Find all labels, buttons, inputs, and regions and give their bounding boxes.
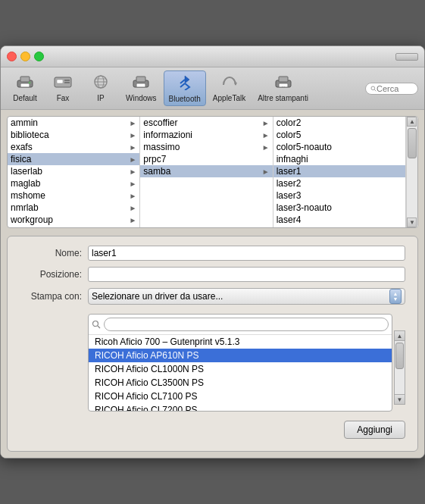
bluetooth-label: Bluetooth	[169, 95, 201, 103]
appletalk-icon	[220, 74, 239, 93]
aggiungi-button[interactable]: Aggiungi	[344, 421, 405, 439]
search-input[interactable]	[377, 84, 413, 93]
browser-item-laser2[interactable]: laser2	[273, 177, 405, 189]
dropdown-scroll-track	[395, 341, 405, 394]
ip-icon	[92, 74, 110, 93]
browser-item-nmrlab[interactable]: nmrlab►	[8, 202, 139, 214]
arrow-icon: ►	[129, 143, 136, 152]
browser-item-exafs[interactable]: exafs►	[8, 141, 139, 153]
arrow-icon: ►	[129, 192, 136, 200]
nome-label: Nome:	[20, 248, 88, 258]
altre-label: Altre stampanti	[258, 94, 308, 102]
dropdown-item-0[interactable]: Ricoh Aficio 700 – Gutenprint v5.1.3	[89, 335, 392, 349]
toolbar-item-ip[interactable]: IP	[83, 71, 119, 105]
dropdown-scrollbar-area: ▲ ▼	[394, 311, 405, 412]
fax-icon	[54, 74, 72, 93]
dropdown-row: Ricoh Aficio 700 – Gutenprint v5.1.3 RIC…	[20, 311, 405, 412]
svg-rect-5	[57, 80, 63, 83]
dropdown-item-3[interactable]: RICOH Aficio CL3500N PS	[89, 376, 392, 390]
minimize-button[interactable]	[20, 52, 30, 61]
scroll-up-button[interactable]: ▲	[407, 117, 417, 127]
posizione-input[interactable]	[88, 267, 405, 282]
nome-input[interactable]	[88, 246, 405, 261]
toolbar-item-appletalk[interactable]: AppleTalk	[208, 71, 251, 105]
svg-rect-14	[136, 77, 145, 82]
title-bar	[1, 46, 424, 67]
search-icon	[370, 84, 377, 93]
browser-item-biblioteca[interactable]: biblioteca►	[8, 129, 139, 141]
svg-rect-6	[64, 80, 70, 81]
scroll-down-button[interactable]: ▼	[407, 218, 417, 227]
browser-item-color2[interactable]: color2	[273, 117, 405, 129]
dropdown-scroll-thumb[interactable]	[395, 343, 404, 369]
select-arrows[interactable]: ▲ ▼	[389, 289, 402, 304]
dropdown-container: Ricoh Aficio 700 – Gutenprint v5.1.3 RIC…	[88, 311, 392, 412]
windows-label: Windows	[126, 94, 157, 102]
svg-rect-1	[20, 77, 30, 82]
dropdown-item-1[interactable]: RICOH Aficio AP610N PS	[89, 349, 392, 362]
toolbar-item-windows[interactable]: Windows	[120, 71, 162, 105]
dropdown-search-icon	[92, 320, 101, 329]
browser-item-color5[interactable]: color5	[273, 129, 405, 141]
content-area: ammin► biblioteca► exafs► fisica► laserl…	[1, 110, 424, 458]
stampa-con-row: Stampa con: Selezionare un driver da usa…	[20, 288, 405, 305]
browser-scrollbar[interactable]: ▲ ▼	[406, 117, 417, 227]
svg-rect-15	[136, 83, 145, 87]
stampa-con-select[interactable]: Selezionare un driver da usare... ▲ ▼	[88, 288, 405, 305]
toolbar-item-default[interactable]: Default	[7, 71, 43, 105]
dropdown-search-input[interactable]	[104, 318, 389, 331]
appletalk-label: AppleTalk	[213, 94, 245, 102]
browser-item-color5-noauto[interactable]: color5-noauto	[273, 141, 405, 153]
default-label: Default	[13, 94, 37, 102]
browser-col-3: color2 color5 color5-noauto infnaghi las…	[273, 117, 406, 227]
toolbar-item-bluetooth[interactable]: Bluetooth	[164, 70, 206, 106]
arrow-icon: ►	[262, 167, 270, 176]
browser-col-2: escoffier► informazioni► massimo► prpc7 …	[140, 117, 273, 227]
browser-item-laser1[interactable]: laser1	[273, 165, 405, 177]
browser-item-workgroup[interactable]: workgroup►	[8, 214, 139, 226]
nome-row: Nome:	[20, 246, 405, 261]
browser-item-laser4[interactable]: laser4	[273, 214, 405, 226]
browser-item-mshome[interactable]: mshome►	[8, 189, 139, 202]
toolbar-item-fax[interactable]: Fax	[45, 71, 81, 105]
dropdown-item-2[interactable]: RICOH Aficio CL1000N PS	[89, 362, 392, 376]
dropdown-wrapper: Ricoh Aficio 700 – Gutenprint v5.1.3 RIC…	[88, 311, 405, 412]
scrollbar-track[interactable]	[407, 127, 417, 218]
close-button[interactable]	[7, 52, 17, 61]
svg-rect-7	[64, 82, 70, 83]
dropdown-scrollbar[interactable]: ▲ ▼	[394, 330, 405, 405]
altre-icon: ...	[274, 74, 292, 93]
browser-item-laserlab[interactable]: laserlab►	[8, 165, 139, 177]
dropdown-scroll-down[interactable]: ▼	[395, 394, 405, 404]
browser-item-escoffier[interactable]: escoffier►	[140, 117, 272, 129]
arrow-icon: ►	[262, 131, 270, 139]
stampa-con-value: Selezionare un driver da usare...	[92, 291, 223, 302]
ip-label: IP	[97, 94, 104, 102]
maximize-button[interactable]	[34, 52, 44, 61]
arrow-icon: ►	[129, 131, 136, 139]
main-window: Default Fax	[0, 45, 425, 459]
browser-item-maglab[interactable]: maglab►	[8, 177, 139, 189]
resize-icon[interactable]	[395, 53, 418, 61]
browser-item-laser3-noauto[interactable]: laser3-noauto	[273, 202, 405, 214]
browser-item-ammin[interactable]: ammin►	[8, 117, 139, 129]
svg-line-24	[98, 326, 100, 328]
toolbar-item-altre[interactable]: ... Altre stampanti	[252, 71, 314, 105]
browser-section: ammin► biblioteca► exafs► fisica► laserl…	[7, 116, 418, 228]
browser-item-informazioni[interactable]: informazioni►	[140, 129, 272, 141]
browser-item-samba[interactable]: samba►	[140, 165, 272, 177]
stampa-con-label: Stampa con:	[20, 291, 88, 302]
form-section: Nome: Posizione: Stampa con: Selezionare…	[7, 236, 418, 452]
browser-item-infnaghi[interactable]: infnaghi	[273, 153, 405, 165]
dropdown-item-4[interactable]: RICOH Aficio CL7100 PS	[89, 390, 392, 403]
arrow-icon: ►	[129, 204, 136, 212]
search-box[interactable]	[365, 83, 418, 95]
browser-item-massimo[interactable]: massimo►	[140, 141, 272, 153]
dropdown-scroll-up[interactable]: ▲	[395, 331, 405, 341]
scrollbar-thumb[interactable]	[408, 128, 417, 158]
browser-item-fisica[interactable]: fisica►	[8, 153, 139, 165]
arrow-icon: ►	[129, 155, 136, 164]
browser-item-prpc7[interactable]: prpc7	[140, 153, 272, 165]
dropdown-item-5[interactable]: RICOH Aficio CL7200 PS	[89, 403, 392, 411]
browser-item-laser3[interactable]: laser3	[273, 189, 405, 202]
